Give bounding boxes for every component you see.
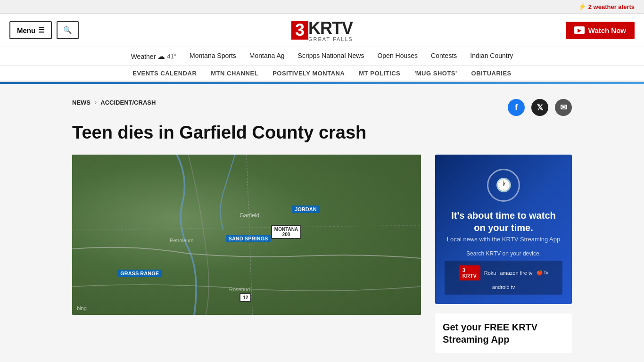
sidebar-ad: 🕐 It's about time to watch on your time.… bbox=[435, 155, 572, 304]
nav-item-contests[interactable]: Contests bbox=[431, 52, 457, 61]
sidebar-cta-title: Get your FREE KRTV Streaming App bbox=[443, 321, 564, 346]
weather-label: Weather bbox=[131, 53, 156, 60]
map-background: JORDAN SAND SPRINGS GRASS RANGE Garfield… bbox=[72, 155, 421, 315]
nav-item-obituaries[interactable]: OBITUARIES bbox=[471, 70, 512, 77]
breadcrumb: NEWS › ACCIDENT/CRASH bbox=[72, 98, 508, 107]
logo[interactable]: 3 KRTV GREAT FALLS bbox=[291, 18, 353, 42]
roku-label: Roku bbox=[484, 270, 496, 276]
map-route-200: MONTANA200 bbox=[271, 225, 301, 239]
amazon-label: amazon fire tv bbox=[500, 270, 532, 276]
clock-icon: 🕐 bbox=[487, 169, 520, 202]
breadcrumb-separator: › bbox=[94, 98, 97, 107]
article-header: NEWS › ACCIDENT/CRASH f 𝕏 ✉ bbox=[72, 98, 572, 116]
content-wrapper: NEWS › ACCIDENT/CRASH f 𝕏 ✉ Teen dies in… bbox=[63, 84, 581, 362]
watch-now-button[interactable]: ▶ Watch Now bbox=[566, 22, 635, 39]
krtv-badge: 3KRTV bbox=[459, 265, 480, 280]
alert-text[interactable]: 2 weather alerts bbox=[588, 3, 635, 10]
nav-item-mug-shots[interactable]: 'MUG SHOTS' bbox=[414, 70, 457, 77]
secondary-nav: EVENTS CALENDAR MTN CHANNEL POSITIVELY M… bbox=[0, 66, 644, 82]
nav-item-montana-ag[interactable]: Montana Ag bbox=[249, 52, 285, 61]
sidebar-ad-subtitle: Local news with the KRTV Streaming App bbox=[445, 236, 562, 243]
map-route-12: 12 bbox=[239, 293, 251, 302]
weather-icon: ☁ bbox=[157, 52, 165, 61]
apple-label: 🍎 tv bbox=[537, 270, 549, 276]
search-button[interactable]: 🔍 bbox=[57, 21, 79, 39]
logo-name: KRTV bbox=[308, 18, 353, 38]
map-text-rosebud: Rosebud bbox=[229, 287, 250, 292]
logo-subtitle: GREAT FALLS bbox=[308, 36, 353, 42]
logo-number: 3 bbox=[291, 21, 308, 40]
hamburger-icon: ☰ bbox=[38, 26, 44, 34]
map-bing-label: bing bbox=[77, 305, 87, 311]
article-title: Teen dies in Garfield County crash bbox=[72, 123, 572, 143]
android-label: android tv bbox=[492, 284, 515, 290]
streaming-platforms: 3KRTV Roku amazon fire tv 🍎 tv android t… bbox=[445, 261, 562, 295]
nav-item-scripps[interactable]: Scripps National News bbox=[298, 52, 364, 61]
nav-item-montana-sports[interactable]: Montana Sports bbox=[190, 52, 236, 61]
map-text-garfield: Garfield bbox=[239, 212, 259, 219]
article-content: JORDAN SAND SPRINGS GRASS RANGE Garfield… bbox=[72, 155, 421, 315]
menu-button[interactable]: Menu ☰ bbox=[9, 21, 52, 39]
header: Menu ☰ 🔍 3 KRTV GREAT FALLS ▶ Watch Now bbox=[0, 14, 644, 47]
sidebar-ad-title: It's about time to watch on your time. bbox=[445, 209, 562, 234]
map-label-jordan: JORDAN bbox=[292, 206, 319, 213]
sidebar-ad-search: Search KRTV on your device. bbox=[445, 250, 562, 257]
nav-item-weather[interactable]: Weather ☁ 41° bbox=[131, 52, 176, 61]
map-text-petroleum: Petroleum bbox=[170, 238, 193, 243]
breadcrumb-current: ACCIDENT/CRASH bbox=[100, 99, 156, 106]
facebook-share-button[interactable]: f bbox=[508, 99, 525, 116]
nav-item-indian-country[interactable]: Indian Country bbox=[470, 52, 513, 61]
article-image: JORDAN SAND SPRINGS GRASS RANGE Garfield… bbox=[72, 155, 421, 315]
breadcrumb-news[interactable]: NEWS bbox=[72, 99, 91, 106]
header-left: Menu ☰ 🔍 bbox=[9, 21, 79, 39]
main-layout: JORDAN SAND SPRINGS GRASS RANGE Garfield… bbox=[72, 155, 572, 353]
twitter-share-button[interactable]: 𝕏 bbox=[531, 99, 548, 116]
sidebar-cta: Get your FREE KRTV Streaming App bbox=[435, 313, 572, 353]
email-share-button[interactable]: ✉ bbox=[555, 99, 572, 116]
social-share-buttons: f 𝕏 ✉ bbox=[508, 99, 572, 116]
sidebar: 🕐 It's about time to watch on your time.… bbox=[435, 155, 572, 353]
tv-icon: ▶ bbox=[574, 26, 585, 34]
search-icon: 🔍 bbox=[63, 26, 72, 34]
map-label-grass-range: GRASS RANGE bbox=[117, 270, 162, 277]
nav-item-mt-politics[interactable]: MT POLITICS bbox=[359, 70, 400, 77]
temperature: 41° bbox=[167, 53, 176, 60]
primary-nav: Weather ☁ 41° Montana Sports Montana Ag … bbox=[0, 47, 644, 66]
lightning-icon: ⚡ bbox=[578, 3, 586, 10]
nav-item-positively-montana[interactable]: POSITIVELY MONTANA bbox=[272, 70, 345, 77]
alert-bar: ⚡ 2 weather alerts bbox=[0, 0, 644, 14]
nav-item-events-calendar[interactable]: EVENTS CALENDAR bbox=[132, 70, 197, 77]
nav-item-open-houses[interactable]: Open Houses bbox=[377, 52, 418, 61]
map-label-sand-springs: SAND SPRINGS bbox=[226, 235, 271, 242]
nav-item-mtn-channel[interactable]: MTN CHANNEL bbox=[211, 70, 258, 77]
